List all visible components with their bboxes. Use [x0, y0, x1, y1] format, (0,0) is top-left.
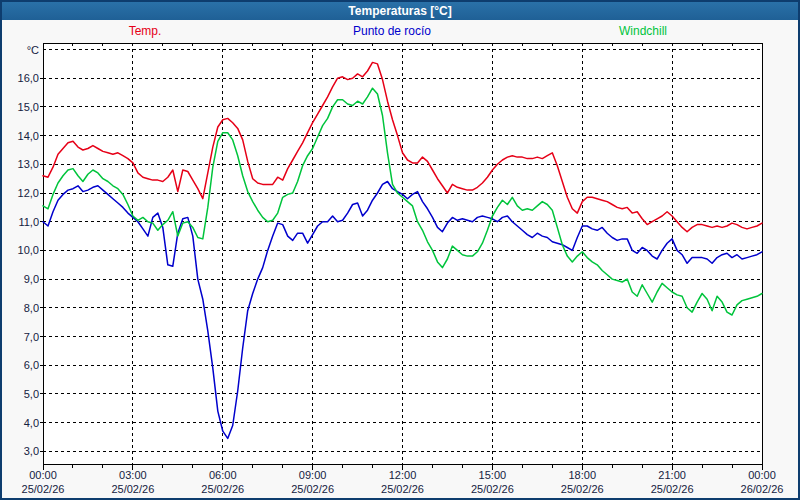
y-tick-label: 7,0 [24, 331, 39, 343]
y-tick-label: 6,0 [24, 359, 39, 371]
y-tick-label: 13,0 [18, 158, 39, 170]
x-tick-date-label: 25/02/26 [22, 483, 65, 495]
x-tick-time-label: 09:00 [299, 469, 327, 481]
x-tick-date-label: 25/02/26 [471, 483, 514, 495]
x-tick-time-label: 21:00 [658, 469, 686, 481]
x-tick-date-label: 25/02/26 [561, 483, 604, 495]
x-tick-date-label: 25/02/26 [111, 483, 154, 495]
y-tick-label: 9,0 [24, 273, 39, 285]
y-tick-label: 15,0 [18, 101, 39, 113]
x-tick-time-label: 06:00 [209, 469, 237, 481]
y-tick-label: 11,0 [18, 216, 39, 228]
y-tick-label: 5,0 [24, 388, 39, 400]
x-tick-date-label: 25/02/26 [201, 483, 244, 495]
y-tick-label: 4,0 [24, 417, 39, 429]
x-tick-date-label: 26/02/26 [741, 483, 784, 495]
x-tick-time-label: 03:00 [119, 469, 147, 481]
y-tick-label: 8,0 [24, 302, 39, 314]
temperature-chart-plot: 16,015,014,013,012,011,010,09,08,07,06,0… [2, 2, 800, 500]
y-tick-label: 14,0 [18, 130, 39, 142]
x-tick-date-label: 25/02/26 [651, 483, 694, 495]
y-tick-label: 16,0 [18, 72, 39, 84]
x-tick-date-label: 25/02/26 [291, 483, 334, 495]
x-tick-time-label: 00:00 [748, 469, 776, 481]
y-tick-label: 10,0 [18, 244, 39, 256]
y-tick-label: 3,0 [24, 445, 39, 457]
x-tick-date-label: 25/02/26 [381, 483, 424, 495]
x-tick-time-label: 12:00 [389, 469, 417, 481]
x-tick-time-label: 00:00 [29, 469, 57, 481]
chart-window: Temperaturas [°C] Temp. Punto de rocío W… [0, 0, 800, 500]
x-tick-time-label: 15:00 [479, 469, 507, 481]
y-axis-unit-label: °C [27, 44, 39, 56]
y-tick-label: 12,0 [18, 187, 39, 199]
x-tick-time-label: 18:00 [568, 469, 596, 481]
